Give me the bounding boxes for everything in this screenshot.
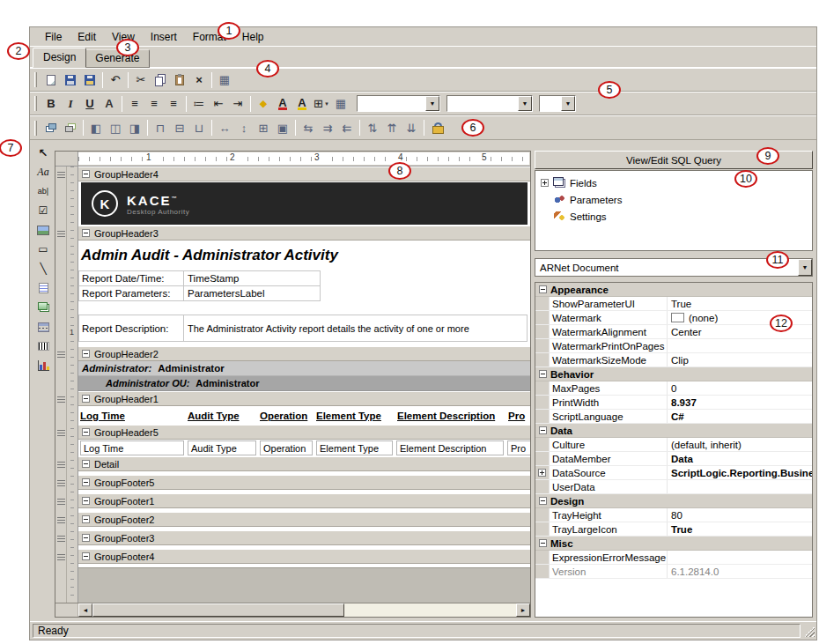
- property-value[interactable]: Data: [668, 452, 812, 465]
- column-header[interactable]: Audit Type: [188, 411, 260, 421]
- font-style-combo[interactable]: ▼: [446, 95, 533, 112]
- category-design[interactable]: Design: [535, 494, 812, 508]
- collapse-icon[interactable]: [82, 428, 90, 436]
- pointer-tool-button[interactable]: ↖: [33, 144, 54, 161]
- property-row[interactable]: ExpressionErrorMessage: [535, 551, 812, 565]
- administrator-group-row[interactable]: Administrator: Administrator: [78, 361, 530, 376]
- property-value[interactable]: Clip: [668, 353, 812, 366]
- checkbox-tool-button[interactable]: ☑: [33, 202, 54, 219]
- property-row-datasource[interactable]: DataSource ScriptLogic.Reporting.Busine: [535, 466, 812, 480]
- align-right-button[interactable]: ≡: [164, 94, 183, 114]
- underline-button[interactable]: U: [80, 94, 100, 114]
- barcode-tool-button[interactable]: [33, 337, 54, 355]
- collapse-icon[interactable]: [539, 426, 547, 434]
- new-report-button[interactable]: [41, 70, 61, 90]
- column-header[interactable]: Operation: [260, 411, 316, 421]
- property-row[interactable]: TrayHeight 80: [535, 508, 812, 522]
- toolbar-grip[interactable]: [34, 72, 37, 87]
- cut-button[interactable]: ✂: [131, 70, 151, 90]
- column-header[interactable]: Element Type: [316, 411, 397, 421]
- increase-hspace-button[interactable]: ⇉: [318, 118, 337, 137]
- font-name-combo[interactable]: ▼: [357, 95, 440, 112]
- textbox-tool-button[interactable]: ab|: [33, 182, 54, 200]
- scroll-right-button[interactable]: ►: [516, 603, 530, 617]
- property-row[interactable]: Culture (default, inherit): [535, 438, 812, 452]
- property-row[interactable]: PrintWidth 8.937: [535, 396, 812, 410]
- property-value[interactable]: 80: [668, 508, 812, 522]
- align-rights-button[interactable]: ◨: [125, 118, 144, 137]
- size-to-grid-button[interactable]: ▣: [273, 118, 292, 137]
- collapse-icon[interactable]: [539, 539, 547, 547]
- align-centers-button[interactable]: ◫: [106, 118, 125, 137]
- collapse-icon[interactable]: [82, 552, 90, 560]
- collapse-icon[interactable]: [82, 534, 90, 542]
- band-groupheader5[interactable]: GroupHeader5: [78, 425, 530, 440]
- band-drag-handle-icon[interactable]: [57, 231, 65, 237]
- band-drag-handle-icon[interactable]: [57, 536, 65, 542]
- info-value[interactable]: ParametersLabel: [183, 285, 321, 301]
- font-button[interactable]: A: [100, 94, 119, 114]
- band-drag-handle-icon[interactable]: [57, 517, 65, 523]
- band-detail[interactable]: Detail: [78, 456, 530, 471]
- expand-icon[interactable]: [538, 469, 546, 477]
- band-groupheader1[interactable]: GroupHeader1: [78, 391, 530, 406]
- field-box[interactable]: Log Time: [80, 440, 184, 455]
- delete-button[interactable]: ×: [189, 70, 209, 90]
- property-row[interactable]: MaxPages 0: [535, 381, 812, 396]
- collapse-icon[interactable]: [82, 229, 90, 237]
- align-middles-button[interactable]: ⊟: [170, 118, 189, 137]
- band-drag-handle-icon[interactable]: [57, 480, 65, 486]
- property-value[interactable]: True: [668, 522, 812, 536]
- toolbar-grip[interactable]: [34, 96, 37, 111]
- horizontal-ruler[interactable]: 1 2 3 4 5: [78, 152, 529, 165]
- chart-tool-button[interactable]: [33, 357, 54, 374]
- grid-button[interactable]: ▦: [331, 94, 350, 114]
- property-row[interactable]: ShowParameterUI True: [535, 297, 812, 311]
- horizontal-scrollbar[interactable]: ◄ ►: [78, 603, 530, 617]
- info-label[interactable]: Report Description:: [78, 315, 184, 342]
- richtext-tool-button[interactable]: [33, 279, 54, 297]
- property-row[interactable]: DataMember Data: [535, 452, 812, 466]
- category-data[interactable]: Data: [535, 424, 812, 438]
- column-header[interactable]: Pro: [508, 411, 530, 421]
- column-header[interactable]: Log Time: [80, 411, 188, 421]
- collapse-icon[interactable]: [539, 370, 547, 378]
- subreport-tool-button[interactable]: [33, 299, 54, 316]
- align-bottoms-button[interactable]: ⊔: [189, 118, 209, 137]
- collapse-icon[interactable]: [539, 497, 547, 505]
- horizontal-spacing-button[interactable]: ⇆: [299, 118, 318, 137]
- toolbar-grip[interactable]: [34, 121, 37, 136]
- menu-insert[interactable]: Insert: [143, 28, 185, 46]
- bold-button[interactable]: B: [41, 94, 61, 114]
- undo-button[interactable]: ↶: [106, 70, 125, 90]
- borders-button[interactable]: ⊞▼: [312, 94, 331, 114]
- category-misc[interactable]: Misc: [535, 537, 812, 551]
- align-center-button[interactable]: ≡: [144, 94, 164, 114]
- property-row[interactable]: TrayLargeIcon True: [535, 522, 812, 537]
- label-tool-button[interactable]: Aa: [33, 163, 54, 181]
- font-color-button[interactable]: A: [273, 94, 292, 114]
- report-canvas[interactable]: 1 GroupHeader4 K KACE™ Desktop Authority: [55, 167, 530, 603]
- info-label[interactable]: Report Date/Time:: [78, 270, 184, 286]
- collapse-icon[interactable]: [539, 285, 547, 293]
- save-button[interactable]: [61, 70, 80, 90]
- property-value[interactable]: C#: [668, 410, 812, 423]
- property-value[interactable]: [668, 480, 812, 493]
- property-value[interactable]: 8.937: [668, 396, 812, 409]
- category-appearance[interactable]: Appearance: [535, 283, 812, 297]
- paste-button[interactable]: [170, 70, 189, 90]
- category-behavior[interactable]: Behavior: [535, 367, 812, 381]
- tree-item-parameters[interactable]: Parameters: [538, 191, 809, 208]
- same-size-button[interactable]: ⊞: [254, 118, 273, 137]
- collapse-icon[interactable]: [82, 395, 90, 403]
- vertical-spacing-button[interactable]: ⇅: [363, 118, 382, 137]
- scrollbar-track[interactable]: [344, 603, 516, 617]
- increase-vspace-button[interactable]: ⇈: [382, 118, 402, 137]
- property-value[interactable]: (default, inherit): [668, 438, 812, 451]
- band-drag-handle-icon[interactable]: [57, 430, 65, 436]
- copy-button[interactable]: [151, 70, 170, 90]
- band-groupheader3[interactable]: GroupHeader3: [78, 226, 530, 241]
- property-value[interactable]: 0: [668, 381, 812, 395]
- tree-item-fields[interactable]: Fields: [538, 174, 809, 191]
- collapse-icon[interactable]: [82, 170, 90, 178]
